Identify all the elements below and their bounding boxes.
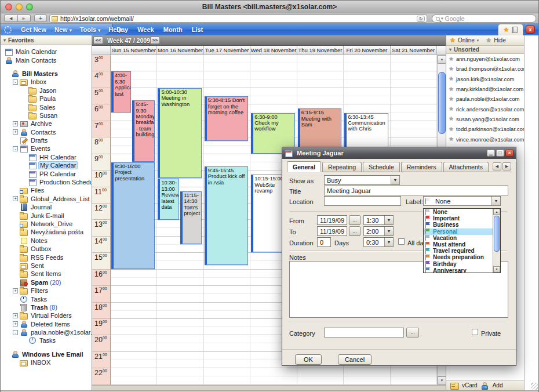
mac-zoom-button[interactable] [26, 3, 33, 10]
collapse-icon[interactable]: - [13, 146, 18, 151]
sidebar-item-inbox[interactable]: -Inbox [1, 78, 92, 86]
contact-paula-noble-x1solar-com[interactable]: ★paula.noble@x1solar.com [446, 94, 524, 104]
dialog-minimize-button[interactable]: ▁ [487, 150, 495, 157]
online-chevron-icon[interactable]: ▾ [477, 38, 479, 43]
tab-general[interactable]: General [287, 161, 321, 172]
calendar-cell[interactable] [344, 88, 390, 104]
contact-mary-kirkland-x1solar-com[interactable]: ★mary.kirkland@x1solar.com [446, 84, 524, 94]
sidebar-item-susan[interactable]: Susan [1, 111, 92, 119]
calendar-event-review-latest-data[interactable]: 10:30-13:00 Review latest data [158, 179, 179, 219]
calendar-cell[interactable] [297, 88, 344, 104]
label-option-anniversary[interactable]: Anniversary [424, 267, 500, 273]
search-input[interactable]: ▾ Google [432, 14, 536, 23]
calendar-cell[interactable] [297, 71, 344, 88]
calendar-cell[interactable] [204, 55, 250, 71]
sidebar-item-my-calendar[interactable]: My Calendar [1, 161, 92, 169]
sidebar-item-filters[interactable]: +Filters [1, 286, 92, 295]
dropdown-scrollbar[interactable]: ▲ ▼ [493, 209, 500, 273]
calendar-cell[interactable] [111, 319, 157, 335]
tab-attachments[interactable]: Attachments [443, 162, 489, 172]
calendar-cell[interactable] [391, 88, 437, 104]
contact-jason-kirk-x1solar-com[interactable]: ★jason.kirk@x1solar.com [446, 74, 524, 84]
label-option-personal[interactable]: Personal [424, 228, 500, 235]
sidebar-item-spam[interactable]: Spam (20) [1, 278, 92, 286]
cancel-button[interactable]: Cancel [338, 354, 372, 365]
label-option-needs-preparation[interactable]: Needs preparation [424, 254, 500, 260]
title-input[interactable]: Meeting Jaguar [324, 186, 508, 195]
duration-chevron-icon[interactable]: ▼ [384, 238, 393, 246]
view-week[interactable]: Week [137, 26, 154, 33]
mac-close-button[interactable] [5, 3, 12, 10]
sidebar-item-events[interactable]: -Events [1, 144, 92, 153]
calendar-cell[interactable] [204, 335, 250, 351]
calendar-cell[interactable] [111, 352, 157, 368]
contact-brad-thompson-x1solar-com[interactable]: ★brad.thompson@x1solar.com [446, 64, 524, 74]
sidebar-item-outbox[interactable]: Outbox [1, 245, 92, 253]
contact-vince-monroe-x1solar-com[interactable]: ★vince.monroe@x1solar.com [446, 134, 524, 144]
calendar-event-tom-s-project[interactable]: 11:15-14:30 Tom's project [180, 191, 202, 244]
calendar-cell[interactable] [111, 286, 157, 302]
sidebar-item-junk-e-mail[interactable]: Junk E-mail [1, 211, 92, 219]
forward-button[interactable]: ▶ [18, 14, 31, 22]
tab-schedule[interactable]: Schedule [363, 162, 400, 172]
menu-tools[interactable]: Tools▾ [80, 26, 101, 33]
calendar-cell[interactable] [391, 121, 437, 137]
expand-icon[interactable]: + [13, 129, 18, 135]
new-tab-button[interactable]: + [34, 14, 47, 22]
previous-week-button[interactable]: << [93, 37, 103, 44]
to-time-select[interactable]: 2:00 ▼ [363, 226, 394, 236]
private-checkbox[interactable] [472, 329, 478, 335]
view-month[interactable]: Month [163, 26, 183, 33]
dialog-titlebar[interactable]: Meeting Jaguar ▁ □ × [282, 147, 516, 159]
calendar-event-project-presentation[interactable]: 9:30-16:00 Project presentation [111, 162, 155, 269]
vcard-button[interactable]: vCard [450, 382, 478, 389]
view-day[interactable]: Day [116, 26, 128, 33]
sidebar-item-hr-calendar[interactable]: HR Calendar [1, 153, 92, 161]
expand-icon[interactable]: + [13, 121, 18, 126]
label-select[interactable]: None ▼ [423, 196, 501, 206]
sidebar-item-journal[interactable]: Journal [1, 203, 92, 211]
tab-reminders[interactable]: Reminders [401, 162, 442, 172]
day-header-tue-17-november[interactable]: Tue 17 November [204, 46, 250, 55]
calendar-cell[interactable] [391, 55, 437, 71]
calendar-cell[interactable] [157, 270, 203, 286]
sidebar-item-bill-masters[interactable]: Bill Masters [1, 70, 92, 78]
calendar-cell[interactable] [111, 55, 157, 71]
calendar-cell[interactable] [391, 104, 437, 121]
calendar-cell[interactable] [204, 270, 250, 286]
sidebar-item-sent-items[interactable]: Sent Items [1, 270, 92, 278]
calendar-cell[interactable] [157, 71, 203, 88]
calendar-cell[interactable] [391, 71, 437, 88]
calendar-event-monday-breakfast-team-building[interactable]: 5:45-9:30 Monday breakfast - team buildi… [132, 100, 155, 162]
calendar-cell[interactable] [157, 253, 203, 269]
category-input[interactable] [324, 328, 404, 337]
reload-button[interactable]: ↻ [417, 16, 425, 22]
sidebar-item-tasks[interactable]: Tasks [1, 336, 92, 344]
category-picker-button[interactable]: ... [406, 328, 419, 337]
sidebar-item-windows-live-email[interactable]: Windows Live Email [1, 350, 92, 358]
sidebar-item-archive[interactable]: +Archive [1, 119, 92, 128]
calendar-cell[interactable] [204, 352, 250, 368]
calendar-cell[interactable] [157, 335, 203, 351]
next-week-button[interactable]: >> [150, 37, 160, 44]
sidebar-item-main-contacts[interactable]: Main Contacts [1, 56, 92, 64]
show-as-select[interactable]: Busy ▼ [324, 175, 400, 185]
sidebar-item-nevy-dan-po-ta[interactable]: Nevyžádaná pošta [1, 228, 92, 236]
from-time-chevron-icon[interactable]: ▼ [384, 216, 393, 224]
ok-button[interactable]: OK [295, 354, 322, 365]
calendar-cell[interactable] [157, 368, 203, 384]
to-date-input[interactable]: 11/19/09 [317, 226, 347, 236]
calendar-cell[interactable] [250, 368, 297, 384]
label-option-none[interactable]: None [424, 209, 500, 215]
resize-grip[interactable] [531, 383, 538, 390]
scroll-up-icon[interactable]: ▲ [438, 55, 446, 64]
dropdown-scroll-up-icon[interactable]: ▲ [493, 209, 500, 215]
sidebar-item-sales[interactable]: Sales [1, 103, 92, 111]
dropdown-scroll-down-icon[interactable]: ▼ [493, 266, 500, 273]
expand-icon[interactable]: + [13, 313, 18, 318]
calendar-cell[interactable] [204, 303, 250, 319]
location-input[interactable] [324, 196, 401, 206]
online-filter[interactable]: Online [458, 37, 475, 43]
label-option-important[interactable]: Important [424, 215, 500, 222]
day-header-wed-18-november[interactable]: Wed 18 November [250, 46, 297, 55]
